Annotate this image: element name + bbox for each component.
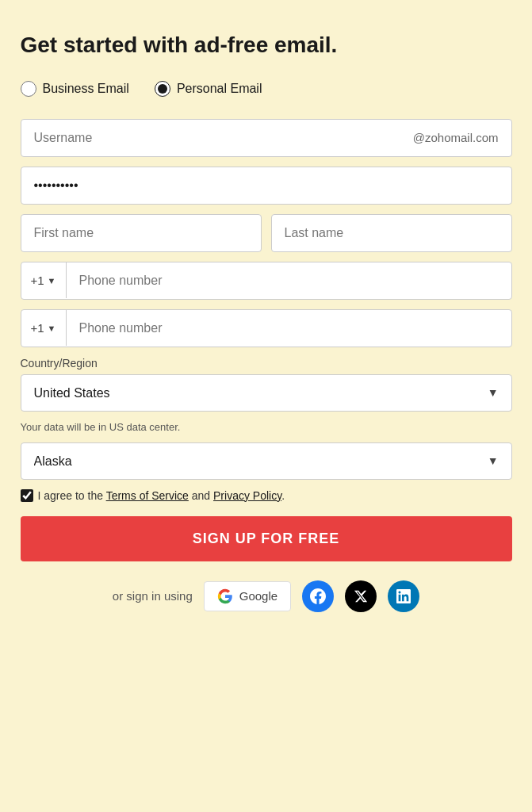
- google-label: Google: [239, 589, 277, 603]
- terms-link[interactable]: Terms of Service: [106, 489, 189, 502]
- primary-phone-wrapper: +1 ▼ 7129119111: [21, 262, 512, 300]
- country-select[interactable]: United States Canada United Kingdom Aust…: [21, 375, 511, 411]
- username-wrapper: myusername12345 @zohomail.com: [21, 119, 512, 157]
- primary-phone-input[interactable]: 7129119111: [67, 262, 511, 299]
- primary-phone-country[interactable]: +1 ▼: [21, 262, 67, 298]
- google-signin-button[interactable]: Google: [204, 581, 291, 611]
- primary-country-code: +1: [31, 274, 44, 287]
- country-select-wrapper: United States Canada United Kingdom Aust…: [21, 374, 512, 412]
- primary-phone-group: +1 ▼ 7129119111: [21, 262, 512, 300]
- state-group: Alaska Alabama Arizona Arkansas Californ…: [21, 442, 512, 480]
- secondary-country-code: +1: [31, 321, 44, 335]
- social-signin-section: or sign in using Google: [21, 580, 512, 612]
- password-input[interactable]: [21, 167, 512, 205]
- google-icon: [217, 588, 233, 604]
- state-select[interactable]: Alaska Alabama Arizona Arkansas Californ…: [21, 443, 511, 479]
- linkedin-signin-button[interactable]: [388, 580, 419, 612]
- privacy-link[interactable]: Privacy Policy: [213, 489, 281, 502]
- last-name-input[interactable]: [271, 214, 512, 252]
- name-row: My First name: [21, 214, 512, 252]
- business-email-option[interactable]: Business Email: [21, 81, 129, 97]
- linkedin-icon: [396, 589, 411, 603]
- secondary-phone-group: +1 ▼ 7129119111: [21, 309, 512, 347]
- password-group: [21, 167, 512, 205]
- primary-phone-chevron-icon: ▼: [48, 276, 56, 285]
- secondary-phone-chevron-icon: ▼: [48, 324, 56, 333]
- secondary-phone-country[interactable]: +1 ▼: [21, 310, 67, 346]
- personal-email-radio[interactable]: [155, 81, 170, 97]
- personal-email-option[interactable]: Personal Email: [155, 81, 262, 97]
- country-group: United States Canada United Kingdom Aust…: [21, 374, 512, 412]
- business-email-label: Business Email: [43, 82, 129, 96]
- secondary-phone-input[interactable]: 7129119111: [67, 310, 511, 347]
- page-title: Get started with ad-free email.: [21, 32, 512, 59]
- main-container: Get started with ad-free email. Business…: [21, 32, 512, 612]
- twitter-icon: [354, 589, 368, 603]
- data-center-note: Your data will be in US data center.: [21, 421, 512, 433]
- terms-row: I agree to the Terms of Service and Priv…: [21, 489, 512, 502]
- country-region-label: Country/Region: [21, 357, 512, 370]
- username-input[interactable]: myusername12345: [21, 120, 413, 156]
- username-suffix: @zohomail.com: [413, 131, 511, 144]
- signup-button[interactable]: SIGN UP FOR FREE: [21, 516, 512, 561]
- email-type-selector: Business Email Personal Email: [21, 81, 512, 97]
- terms-checkbox[interactable]: [21, 489, 33, 502]
- twitter-signin-button[interactable]: [345, 580, 377, 612]
- username-group: myusername12345 @zohomail.com: [21, 119, 512, 157]
- facebook-signin-button[interactable]: [302, 580, 334, 612]
- business-email-radio[interactable]: [21, 81, 36, 97]
- state-select-wrapper: Alaska Alabama Arizona Arkansas Californ…: [21, 442, 512, 480]
- terms-text: I agree to the Terms of Service and Priv…: [38, 489, 285, 502]
- personal-email-label: Personal Email: [177, 82, 262, 96]
- secondary-phone-wrapper: +1 ▼ 7129119111: [21, 309, 512, 347]
- social-signin-label: or sign in using: [113, 589, 193, 603]
- first-name-input[interactable]: My First name: [21, 214, 262, 252]
- facebook-icon: [310, 588, 326, 604]
